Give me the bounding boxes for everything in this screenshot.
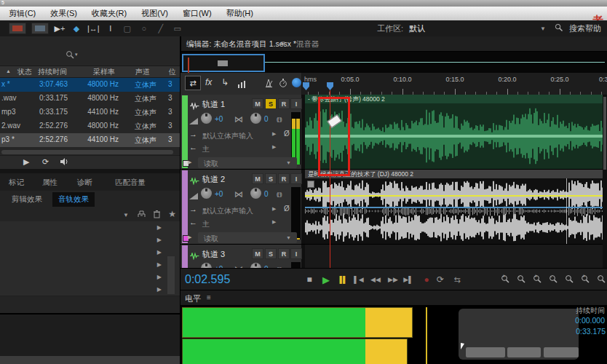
file-row[interactable]: 2.wav2:52.27648000 Hz立体声3 <box>0 119 180 133</box>
zoom-out-amplitude-button[interactable]: - <box>597 274 607 285</box>
menu-item-view[interactable]: 视图(V) <box>134 8 175 19</box>
preview-play-icon[interactable]: ▶ <box>23 157 29 167</box>
timeline-vertical-scrollbar[interactable] <box>603 95 607 268</box>
stop-button[interactable]: ■ <box>302 272 317 287</box>
column-header-channels[interactable]: 声道 <box>135 67 150 77</box>
overlay-button[interactable] <box>466 347 505 357</box>
chevron-down-icon[interactable]: ▼ <box>540 25 546 32</box>
file-row[interactable]: p3 *2:52.27644100 Hz立体声3 <box>0 133 180 147</box>
menu-item-clip[interactable]: 剪辑(C) <box>1 8 43 19</box>
timeline-ruler[interactable]: hms 0:05.00:10.00:15.00:20.00:25.00:3 <box>302 73 607 95</box>
transport-time-display[interactable]: 0:02.595 <box>185 273 230 286</box>
effect-slot[interactable]: ▶ <box>0 283 180 296</box>
chevron-right-icon[interactable]: ▶ <box>157 286 162 293</box>
pan-knob[interactable] <box>250 263 261 268</box>
tab-diagnostics[interactable]: 诊断 <box>77 178 92 188</box>
menu-item-effects[interactable]: 效果(S) <box>43 8 84 19</box>
io-toggle-button[interactable]: ⇄ <box>185 76 201 90</box>
slip-tool[interactable]: |↔| <box>87 23 100 34</box>
chevron-right-icon[interactable]: ▶ <box>272 131 276 137</box>
marquee-tool[interactable]: ▢ <box>122 23 133 34</box>
auto-play-speaker-icon[interactable] <box>60 157 69 167</box>
track-color-strip[interactable] <box>182 95 188 168</box>
overlay-button[interactable] <box>507 347 541 357</box>
loop-playback-icon[interactable]: ⟳ <box>42 157 49 167</box>
track-color-strip[interactable] <box>182 245 188 268</box>
zoom-in-time-button[interactable]: + <box>533 274 545 285</box>
track-output-select[interactable]: 主 <box>202 144 210 154</box>
chevron-right-icon[interactable]: ▶ <box>157 237 162 243</box>
sends-button[interactable]: ↳ <box>221 77 229 87</box>
mute-button[interactable]: M <box>252 98 263 109</box>
play-button[interactable]: ▶ <box>319 272 333 287</box>
record-button[interactable]: ● <box>419 272 434 287</box>
skip-to-start-button[interactable]: ▌◀ <box>352 272 366 287</box>
tab-track-effects[interactable]: 音轨效果 <box>52 192 95 207</box>
record-arm-button[interactable]: R <box>278 173 290 184</box>
chevron-right-icon[interactable]: ▶ <box>272 206 276 212</box>
record-arm-button[interactable]: R <box>278 98 290 109</box>
scrollbar-thumb[interactable] <box>603 97 606 170</box>
chevron-right-icon[interactable]: ▶ <box>188 234 191 240</box>
panel-menu-icon[interactable]: ≡ <box>281 39 285 47</box>
automation-mode-select[interactable]: 读取▼ <box>198 232 297 243</box>
track-input-select[interactable]: 默认立体声输入 <box>202 206 253 216</box>
file-row[interactable]: mp30:33.17544100 Hz立体声3 <box>0 106 180 119</box>
chevron-right-icon[interactable]: ▶ <box>272 219 276 225</box>
clip-area[interactable]: 是时候表演真正的技术了 (DJ) 48000 2 <box>305 170 603 244</box>
navigator-view-box[interactable] <box>182 54 265 72</box>
zoom-selection-button[interactable] <box>565 274 577 285</box>
skip-selection-button[interactable]: ⇆ <box>450 272 464 287</box>
solo-button[interactable]: S <box>265 173 277 184</box>
record-arm-button[interactable]: R <box>278 248 290 259</box>
pause-button[interactable]: ▌▌ <box>336 272 350 287</box>
zoom-in-button[interactable]: + <box>501 274 513 285</box>
brush-tool[interactable]: ╱ <box>155 23 167 34</box>
lasso-tool[interactable]: ○ <box>138 23 150 34</box>
favorite-star-icon[interactable]: ★ <box>168 209 176 219</box>
playhead-marker[interactable] <box>327 82 333 90</box>
zoom-out-button[interactable]: - <box>517 274 529 285</box>
track-color-strip[interactable] <box>182 170 188 243</box>
track-name[interactable]: 轨道 2 <box>202 174 225 185</box>
phase-invert-icon[interactable]: Ø <box>284 205 290 213</box>
workspace-select[interactable]: 默认 <box>409 23 425 34</box>
move-tool[interactable]: ▶+ <box>54 23 66 34</box>
monitor-input-button[interactable]: I <box>290 173 302 184</box>
chevron-right-icon[interactable]: ▶ <box>188 159 191 165</box>
effect-slot[interactable]: ▶ <box>0 271 180 284</box>
mute-button[interactable]: M <box>252 173 263 184</box>
overlay-button[interactable] <box>544 347 579 357</box>
trash-icon[interactable] <box>153 210 161 220</box>
volume-knob[interactable] <box>201 113 212 124</box>
track-output-select[interactable]: 主 <box>202 219 210 229</box>
tab-mixer[interactable]: 混音器 <box>296 39 320 50</box>
tab-editor[interactable]: 编辑器: 未命名混音项目 1.sesx * <box>186 39 296 50</box>
monitor-input-button[interactable]: I <box>290 98 302 109</box>
pan-envelope-line[interactable] <box>305 207 603 208</box>
razor-tool[interactable]: ◆ <box>71 23 82 34</box>
pan-knob[interactable] <box>250 188 261 199</box>
monitor-input-button[interactable]: I <box>290 248 302 259</box>
tab-match-loudness[interactable]: 匹配音量 <box>115 178 146 188</box>
chevron-down-icon[interactable]: ▼ <box>123 212 129 218</box>
effect-slot[interactable]: ▶ <box>0 246 180 259</box>
loop-playback-button[interactable]: ⟳ <box>433 272 448 287</box>
solo-button[interactable]: S <box>265 248 277 259</box>
clip-waveform[interactable] <box>305 178 603 244</box>
eraser-tool[interactable]: ▭ <box>172 23 183 34</box>
chevron-right-icon[interactable]: ▶ <box>272 144 276 150</box>
pan-knob[interactable] <box>250 113 261 124</box>
track-name[interactable]: 轨道 1 <box>202 99 225 110</box>
fx-button[interactable]: fx <box>205 77 212 87</box>
effect-slot[interactable]: ▶ <box>0 221 180 234</box>
column-header-duration[interactable]: 持续时间 <box>38 67 67 77</box>
effects-rack-scrollbar[interactable] <box>167 256 175 294</box>
track-input-select[interactable]: 默认立体声输入 <box>202 131 253 141</box>
monitor-device-icon[interactable] <box>292 78 301 87</box>
tab-markers[interactable]: 标记 <box>9 178 24 188</box>
file-row[interactable]: x *3:07.46348000 Hz立体声3 <box>0 78 180 92</box>
zoom-out-time-button[interactable]: - <box>549 274 561 285</box>
zoom-in-amplitude-button[interactable]: + <box>581 274 593 285</box>
effect-slot[interactable]: ▶ <box>0 258 180 272</box>
